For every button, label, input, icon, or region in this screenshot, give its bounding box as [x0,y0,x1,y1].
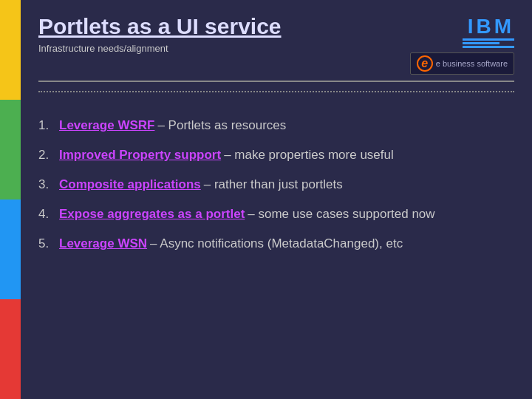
list-item: 5.Leverage WSN– Async notifications (Met… [38,236,514,252]
list-item: 2.Improved Property support– make proper… [38,147,514,163]
item-desc-1: – Portlets as resources [157,117,286,134]
left-color-bar [0,0,21,399]
slide: Portlets as a UI service Infrastructure … [0,0,532,399]
ibm-line-3 [463,46,514,48]
ibm-logo: IBM e e business software [410,16,514,75]
items-list: 1.Leverage WSRF– Portlets as resources2.… [38,117,514,252]
ibm-line-2 [463,42,499,44]
item-link-4[interactable]: Expose aggregates as a portlet [59,206,245,222]
item-desc-4: – some use cases supported now [248,206,434,222]
bar-yellow [0,0,21,100]
item-desc-5: – Async notifications (MetadataChanged),… [150,236,403,252]
item-link-3[interactable]: Composite applications [59,177,201,193]
bar-green [0,100,21,200]
header-left: Portlets as a UI service Infrastructure … [38,13,282,54]
bar-blue [0,200,21,299]
item-desc-2: – make properties more useful [224,147,394,163]
slide-subtitle: Infrastructure needs/alignment [38,43,282,54]
item-link-2[interactable]: Improved Property support [59,147,221,163]
item-number-1: 1. [38,117,55,134]
list-item: 4.Expose aggregates as a portlet– some u… [38,206,514,222]
slide-title: Portlets as a UI service [38,13,282,40]
ibm-logo-lines [463,38,514,48]
item-number-5: 5. [38,236,55,252]
item-number-4: 4. [38,206,55,222]
dotted-separator [38,91,514,92]
item-desc-3: – rather than just portlets [204,177,343,193]
item-number-3: 3. [38,177,55,193]
ibm-logo-text: IBM [468,16,514,37]
ebusiness-badge: e e business software [410,52,514,75]
list-item: 1.Leverage WSRF– Portlets as resources [38,117,514,134]
main-content: Portlets as a UI service Infrastructure … [21,0,532,399]
ibm-line-1 [463,38,514,41]
item-link-5[interactable]: Leverage WSN [59,236,147,252]
item-link-1[interactable]: Leverage WSRF [59,117,154,134]
list-item: 3.Composite applications– rather than ju… [38,177,514,193]
slide-header: Portlets as a UI service Infrastructure … [38,13,514,82]
bar-red [0,299,21,399]
ebusiness-icon: e [417,55,433,72]
item-number-2: 2. [38,147,55,163]
ebusiness-label: e business software [436,59,508,68]
